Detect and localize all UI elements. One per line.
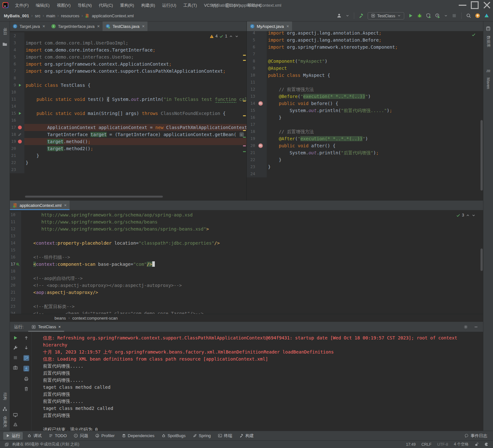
pacman-icon[interactable] bbox=[484, 442, 489, 446]
thread-dump-button[interactable] bbox=[13, 365, 18, 370]
gutter[interactable]: 16 bbox=[10, 254, 21, 261]
gutter[interactable]: 14m bbox=[247, 100, 267, 107]
breakpoint-icon[interactable] bbox=[18, 126, 22, 129]
xml-breadcrumb-item[interactable]: context:component-scan bbox=[72, 316, 118, 321]
gutter[interactable]: 5 bbox=[247, 37, 267, 44]
scroll-to-end-button[interactable] bbox=[23, 366, 29, 371]
unlock-icon[interactable] bbox=[474, 442, 479, 446]
gutter[interactable]: 22 bbox=[247, 156, 267, 163]
run-tab[interactable]: TestClass × bbox=[28, 322, 64, 332]
gutter[interactable]: 14 bbox=[10, 240, 21, 247]
vertical-scrollbar[interactable] bbox=[480, 248, 483, 271]
menu-item[interactable]: 编辑(E) bbox=[32, 0, 53, 10]
structure-icon[interactable] bbox=[2, 406, 7, 411]
editor-tab[interactable]: CTestClass.java× bbox=[103, 21, 147, 31]
debug-button[interactable] bbox=[417, 13, 422, 18]
run-configuration-select[interactable]: TestClass bbox=[368, 12, 404, 20]
toolbox-icon[interactable] bbox=[484, 13, 489, 18]
gutter[interactable]: 3 bbox=[10, 39, 24, 46]
component-scan-icon[interactable] bbox=[16, 262, 20, 266]
event-log-button[interactable]: 事件日志 bbox=[462, 432, 490, 440]
gutter[interactable]: 4 bbox=[10, 46, 24, 53]
tool-window-button-终端[interactable]: 终端 bbox=[215, 432, 235, 440]
tool-window-button-调试[interactable]: 调试 bbox=[25, 432, 44, 440]
editor-body[interactable]: 10 http://www.springframework.org/schema… bbox=[10, 210, 483, 314]
gutter[interactable]: 12 bbox=[10, 225, 21, 232]
gutter[interactable]: 20 bbox=[10, 145, 24, 152]
gutter[interactable]: 6 bbox=[247, 44, 267, 51]
chevron-down-icon[interactable] bbox=[346, 14, 349, 18]
gutter[interactable]: 10 bbox=[10, 89, 24, 96]
gutter[interactable]: 8 bbox=[247, 58, 267, 65]
aop-advice-icon[interactable]: m bbox=[258, 101, 263, 106]
gutter[interactable]: 7 bbox=[247, 51, 267, 58]
breadcrumb-item[interactable]: applicationContext.xml bbox=[92, 13, 134, 18]
stripe-label-project[interactable]: 项目 bbox=[0, 24, 10, 39]
gutter[interactable]: 18 bbox=[10, 131, 24, 138]
gutter[interactable]: 15 bbox=[10, 247, 21, 254]
stripe-label-database-icon[interactable]: 数据库 bbox=[483, 34, 493, 49]
gutter[interactable]: 18 bbox=[247, 128, 267, 135]
gutter[interactable]: 15 bbox=[10, 110, 24, 117]
horizontal-scrollbar[interactable] bbox=[25, 196, 163, 198]
gutter[interactable]: 16 bbox=[10, 117, 24, 124]
gutter[interactable]: 22 bbox=[10, 159, 24, 166]
gutter[interactable]: 17 bbox=[247, 121, 267, 128]
tool-window-button-spotbugs[interactable]: SpotBugs bbox=[159, 432, 188, 439]
tool-window-button-spring[interactable]: Spring bbox=[190, 432, 213, 439]
gutter[interactable]: 14 bbox=[10, 103, 24, 110]
gutter[interactable]: 20 bbox=[10, 282, 21, 289]
user-profile-button[interactable] bbox=[337, 13, 342, 18]
gutter[interactable]: 23 bbox=[10, 303, 21, 310]
gutter[interactable]: 22 bbox=[10, 296, 21, 303]
gutter[interactable]: 5 bbox=[10, 53, 24, 61]
run-settings-gear-icon[interactable] bbox=[464, 325, 468, 329]
status-widget[interactable]: 17:49 bbox=[406, 442, 416, 447]
gutter[interactable]: 10 bbox=[10, 211, 21, 218]
gutter[interactable]: 15 bbox=[247, 107, 267, 114]
gutter[interactable]: 13 bbox=[247, 93, 267, 100]
profile-button[interactable] bbox=[435, 13, 440, 18]
chevron-down-icon[interactable] bbox=[235, 34, 239, 38]
gutter[interactable]: 19 bbox=[247, 135, 267, 142]
gutter[interactable]: 18 bbox=[10, 268, 21, 275]
prev-occurrence-button[interactable] bbox=[24, 335, 29, 340]
gutter[interactable]: 21 bbox=[10, 152, 24, 159]
menu-item[interactable]: 文件(F) bbox=[12, 0, 32, 10]
stripe-label-star-icon[interactable]: 收藏夹 bbox=[0, 414, 10, 429]
gutter[interactable]: 2 bbox=[10, 32, 24, 39]
gutter[interactable]: 11 bbox=[10, 96, 24, 103]
gutter[interactable]: 6 bbox=[10, 61, 24, 68]
maven-icon[interactable]: m bbox=[486, 68, 491, 73]
breadcrumb-item[interactable]: MyBatis_001 bbox=[4, 13, 29, 18]
breadcrumb-item[interactable]: src bbox=[35, 13, 40, 18]
gutter[interactable]: 23 bbox=[247, 163, 267, 170]
gutter[interactable]: 8 bbox=[10, 75, 24, 82]
minimize-icon[interactable] bbox=[456, 0, 469, 10]
gutter[interactable]: 12 bbox=[247, 86, 267, 93]
gutter[interactable]: 13 bbox=[10, 232, 21, 240]
gutter[interactable]: 10 bbox=[247, 72, 267, 79]
run-line-icon[interactable] bbox=[18, 111, 22, 115]
menu-item[interactable]: 构建(B) bbox=[138, 0, 158, 10]
console-layout-button[interactable] bbox=[13, 412, 18, 418]
chevron-up-icon[interactable] bbox=[466, 213, 470, 217]
editor-tab[interactable]: CTarget.java× bbox=[10, 21, 48, 31]
menu-item[interactable]: 导航(N) bbox=[74, 0, 95, 10]
aop-advice-icon[interactable]: m bbox=[258, 143, 263, 148]
status-widget[interactable]: 4 个空格 bbox=[454, 442, 469, 447]
inspections-widget[interactable] bbox=[472, 33, 476, 37]
maximize-icon[interactable] bbox=[469, 0, 481, 10]
gutter[interactable]: 19 bbox=[10, 138, 24, 145]
inspections-widget[interactable]: 41 bbox=[210, 33, 239, 40]
console-output[interactable]: 信息: Refreshing org.springframework.conte… bbox=[32, 332, 483, 431]
tool-window-button-运行[interactable]: 运行 bbox=[3, 432, 23, 440]
edit-configuration-button[interactable] bbox=[13, 345, 18, 350]
gutter[interactable]: 17 bbox=[10, 124, 24, 131]
menu-item[interactable]: 代码(C) bbox=[95, 0, 116, 10]
gutter[interactable]: 4 bbox=[247, 31, 267, 37]
tab-close-icon[interactable]: × bbox=[142, 24, 145, 29]
gutter[interactable]: 17 bbox=[10, 261, 21, 268]
editor-body[interactable]: 23import com.demo.core.impl.UserDaoImpl;… bbox=[10, 31, 246, 200]
build-project-button[interactable] bbox=[359, 13, 364, 18]
